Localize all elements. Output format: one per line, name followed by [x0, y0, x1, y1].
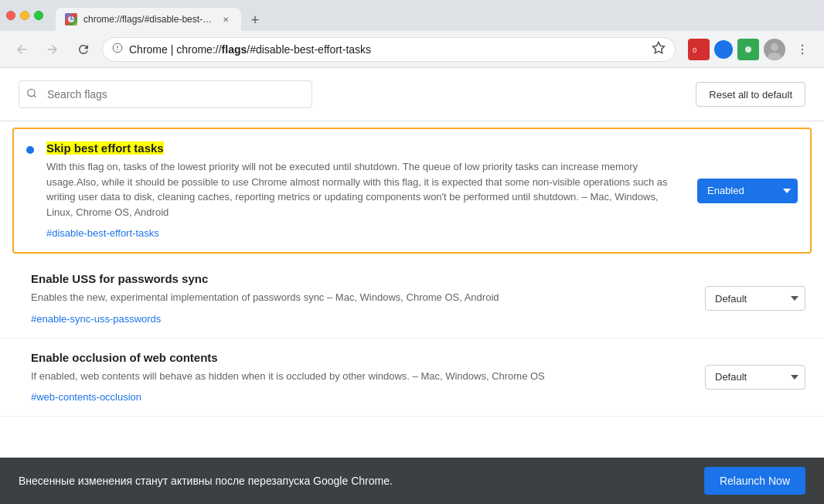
flag-title-2: Enable USS for passwords sync: [31, 272, 693, 285]
profile-icon[interactable]: [764, 39, 785, 60]
flag-control: Enabled Disabled Default: [697, 179, 798, 203]
address-url-bold: flags: [222, 43, 247, 56]
svg-point-9: [28, 89, 35, 96]
svg-point-4: [771, 43, 778, 51]
new-tab-button[interactable]: +: [244, 9, 266, 31]
search-input[interactable]: [19, 80, 312, 108]
menu-button[interactable]: [790, 37, 815, 62]
flag-description-3: If enabled, web contents will behave as …: [31, 369, 693, 384]
flag-item-web-contents-occlusion: Enable occlusion of web contents If enab…: [0, 339, 824, 417]
address-site: Chrome: [129, 43, 168, 56]
flag-control-3: Default Enabled Disabled: [705, 365, 805, 390]
svg-point-8: [802, 53, 803, 54]
svg-point-5: [768, 53, 781, 60]
flag-title: Skip best effort tasks: [46, 141, 685, 155]
flag-item-skip-best-effort-tasks: Skip best effort tasks With this flag on…: [12, 128, 812, 254]
content-area: Reset all to default Skip best effort ta…: [0, 68, 824, 458]
flag-select-enabled[interactable]: Enabled Disabled Default: [697, 179, 798, 203]
tab-bar: chrome://flags/#disable-best-e... ✕ +: [56, 0, 266, 31]
search-wrapper: [19, 80, 312, 108]
tab-close-button[interactable]: ✕: [220, 13, 232, 26]
title-bar: chrome://flags/#disable-best-e... ✕ +: [0, 0, 824, 31]
address-bar[interactable]: Chrome | chrome://flags/#disable-best-ef…: [102, 37, 676, 62]
address-url-plain: chrome://: [176, 43, 221, 56]
tab-favicon: [65, 13, 77, 26]
search-bar-row: Reset all to default: [0, 68, 824, 121]
extension-icon-3[interactable]: [737, 39, 759, 60]
svg-point-7: [802, 48, 803, 49]
bottom-message: Внесенные изменения станут активны после…: [19, 475, 393, 487]
address-text: Chrome | chrome://flags/#disable-best-ef…: [129, 43, 645, 56]
flag-content: Skip best effort tasks With this flag on…: [46, 141, 685, 240]
traffic-lights: [6, 11, 43, 20]
extension-icon-2[interactable]: [714, 40, 733, 59]
svg-text:0: 0: [693, 46, 696, 54]
flag-indicator-dot: [26, 146, 34, 154]
flag-content-3: Enable occlusion of web contents If enab…: [31, 351, 693, 404]
relaunch-button[interactable]: Relaunch Now: [704, 467, 805, 495]
extension-icon-1[interactable]: 0: [688, 39, 710, 60]
refresh-button[interactable]: [71, 37, 96, 62]
bookmark-icon[interactable]: [652, 41, 666, 58]
lock-icon: [112, 43, 123, 56]
maximize-button[interactable]: [34, 11, 43, 20]
search-icon: [26, 88, 37, 101]
forward-button[interactable]: [40, 37, 65, 62]
close-button[interactable]: [6, 11, 15, 20]
reset-all-button[interactable]: Reset all to default: [696, 82, 805, 107]
svg-point-3: [745, 46, 751, 53]
flag-select-default-1[interactable]: Default Enabled Disabled: [705, 286, 805, 311]
flag-content-2: Enable USS for passwords sync Enables th…: [31, 272, 693, 325]
bottom-bar: Внесенные изменения станут активны после…: [0, 458, 824, 504]
active-tab[interactable]: chrome://flags/#disable-best-e... ✕: [56, 8, 241, 31]
nav-bar: Chrome | chrome://flags/#disable-best-ef…: [0, 31, 824, 68]
flag-item-uss-passwords: Enable USS for passwords sync Enables th…: [0, 260, 824, 339]
flags-list: Skip best effort tasks With this flag on…: [0, 121, 824, 458]
flag-description-2: Enables the new, experimental implementa…: [31, 290, 693, 305]
flag-select-default-2[interactable]: Default Enabled Disabled: [705, 365, 805, 390]
flag-link-3[interactable]: #web-contents-occlusion: [31, 391, 141, 403]
flag-link[interactable]: #disable-best-effort-tasks: [46, 227, 159, 239]
svg-point-6: [802, 44, 803, 46]
flag-link-2[interactable]: #enable-sync-uss-passwords: [31, 313, 161, 325]
flag-title-3: Enable occlusion of web contents: [31, 351, 693, 364]
flag-control-2: Default Enabled Disabled: [705, 286, 805, 311]
back-button[interactable]: [9, 37, 34, 62]
toolbar-icons: 0: [688, 37, 815, 62]
flag-description: With this flag on, tasks of the lowest p…: [46, 159, 685, 220]
minimize-button[interactable]: [20, 11, 29, 20]
tab-title: chrome://flags/#disable-best-e...: [83, 14, 213, 25]
address-url-anchor: /#disable-best-effort-tasks: [247, 43, 371, 56]
